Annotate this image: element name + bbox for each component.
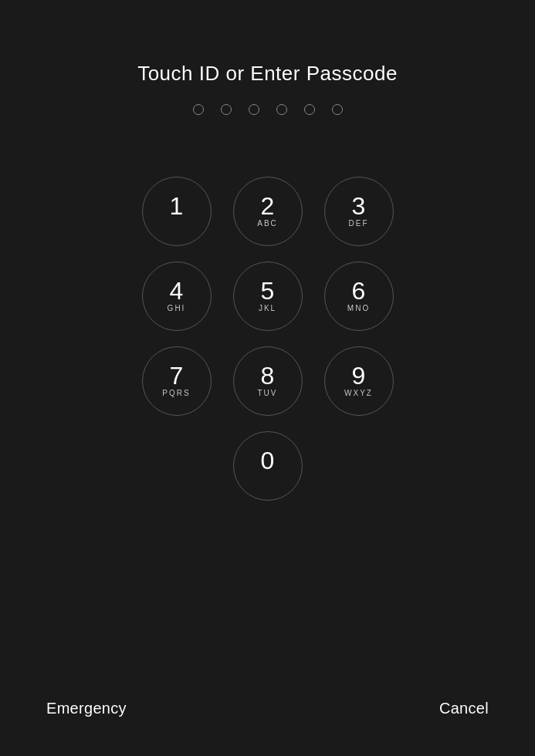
- key-6-number: 6: [352, 278, 366, 303]
- passcode-dot-5: [304, 104, 315, 115]
- key-5-letters: JKL: [259, 305, 276, 314]
- key-8-letters: TUV: [258, 390, 278, 399]
- keypad-row-4: 0: [233, 431, 303, 501]
- key-0[interactable]: 0: [233, 431, 303, 501]
- header: Touch ID or Enter Passcode: [137, 62, 398, 115]
- emergency-button[interactable]: Emergency: [46, 700, 127, 717]
- key-8-number: 8: [261, 363, 275, 388]
- key-3[interactable]: 3 DEF: [324, 177, 394, 246]
- key-5-number: 5: [261, 278, 275, 303]
- key-7[interactable]: 7 PQRS: [142, 346, 212, 416]
- key-7-letters: PQRS: [162, 390, 190, 399]
- key-9[interactable]: 9 WXYZ: [324, 346, 394, 416]
- key-9-number: 9: [352, 363, 366, 388]
- passcode-dot-3: [249, 104, 259, 115]
- key-6-letters: MNO: [347, 305, 370, 314]
- page-title: Touch ID or Enter Passcode: [137, 62, 398, 86]
- key-0-number: 0: [261, 448, 275, 473]
- passcode-dot-2: [221, 104, 232, 115]
- key-7-number: 7: [170, 363, 184, 388]
- passcode-dots: [193, 104, 343, 115]
- cancel-button[interactable]: Cancel: [439, 700, 489, 717]
- keypad-row-3: 7 PQRS 8 TUV 9 WXYZ: [142, 346, 394, 416]
- key-9-letters: WXYZ: [344, 390, 373, 399]
- keypad-row-2: 4 GHI 5 JKL 6 MNO: [142, 262, 394, 331]
- key-4-number: 4: [170, 278, 184, 303]
- key-1[interactable]: 1: [142, 177, 212, 246]
- key-3-letters: DEF: [349, 220, 369, 229]
- key-2-letters: ABC: [257, 220, 278, 229]
- key-5[interactable]: 5 JKL: [233, 262, 303, 331]
- key-6[interactable]: 6 MNO: [324, 262, 394, 331]
- footer: Emergency Cancel: [0, 700, 535, 717]
- key-8[interactable]: 8 TUV: [233, 346, 303, 416]
- key-3-number: 3: [352, 194, 366, 218]
- key-1-number: 1: [170, 194, 184, 218]
- keypad-row-1: 1 2 ABC 3 DEF: [142, 177, 394, 246]
- key-2-number: 2: [261, 194, 275, 218]
- passcode-dot-4: [276, 104, 287, 115]
- key-2[interactable]: 2 ABC: [233, 177, 303, 246]
- passcode-dot-1: [193, 104, 204, 115]
- key-4-letters: GHI: [168, 305, 186, 314]
- keypad: 1 2 ABC 3 DEF 4 GHI 5 JKL 6 MNO 7 PQRS: [142, 177, 394, 501]
- key-4[interactable]: 4 GHI: [142, 262, 212, 331]
- passcode-dot-6: [332, 104, 343, 115]
